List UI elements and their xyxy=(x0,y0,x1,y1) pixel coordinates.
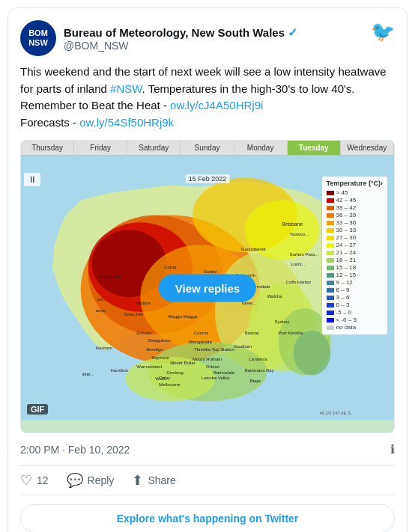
heart-icon: ♡ xyxy=(20,472,32,489)
legend-color-18 xyxy=(327,318,334,322)
legend-row: > 45 xyxy=(327,189,383,196)
svg-text:Mount Buller: Mount Buller xyxy=(170,361,196,365)
legend-color-nodata xyxy=(327,325,334,330)
tab-saturday[interactable]: Saturday xyxy=(127,141,181,155)
legend-row: 3 – 6 xyxy=(327,294,383,301)
legend-row: 6 – 9 xyxy=(327,287,383,293)
legend-expand-icon[interactable]: › xyxy=(381,180,383,187)
legend-color-17 xyxy=(327,311,334,315)
svg-text:Coffs Harbor: Coffs Harbor xyxy=(286,280,312,284)
legend-color-16 xyxy=(327,303,334,308)
legend-row: 24 – 27 xyxy=(327,242,383,248)
svg-text:Bendigo: Bendigo xyxy=(146,347,163,352)
tab-wednesday[interactable]: Wednesday xyxy=(341,141,394,155)
legend-row: 9 – 12 xyxy=(327,279,383,286)
svg-text:Swan Hill: Swan Hill xyxy=(124,312,142,317)
svg-text:Geelong: Geelong xyxy=(166,370,184,375)
map-container: Thursday Friday Saturday Sunday Monday T… xyxy=(20,140,395,433)
hashtag-nsw[interactable]: #NSW xyxy=(110,82,142,95)
tweet-header: BOM NSW Bureau of Meteorology, New South… xyxy=(20,20,395,56)
svg-text:Wangaratta: Wangaratta xyxy=(189,340,212,344)
svg-text:Wollf...: Wollf... xyxy=(155,377,169,382)
map-body: ⏸ 15 Feb 2022 xyxy=(21,155,394,421)
svg-text:Shepparton: Shepparton xyxy=(148,338,171,343)
svg-text:40.1S 147.4E S: 40.1S 147.4E S xyxy=(319,411,351,415)
view-replies-button[interactable]: View replies xyxy=(159,274,256,302)
legend-row: 30 – 33 xyxy=(327,227,383,233)
tweet-timestamp: 2:00 PM · Feb 10, 2022 ℹ xyxy=(20,442,395,456)
legend-color-4 xyxy=(327,213,334,218)
tab-monday[interactable]: Monday xyxy=(234,141,288,155)
svg-text:Port Kembla: Port Kembla xyxy=(279,331,304,335)
legend-color-12 xyxy=(327,273,334,278)
legend-row: 0 – 3 xyxy=(327,302,383,308)
legend-row: -5 – 0 xyxy=(327,309,383,316)
link2[interactable]: ow.ly/54Sf50HRj9k xyxy=(79,116,174,129)
svg-point-10 xyxy=(294,331,331,376)
legend-row: 18 – 21 xyxy=(327,257,383,263)
legend-row: < -6 – 3 xyxy=(327,317,383,323)
display-name[interactable]: Bureau of Meteorology, New South Wales ✓ xyxy=(64,25,297,40)
svg-text:Hamilton: Hamilton xyxy=(111,368,129,373)
reply-button[interactable]: 💬 Reply xyxy=(67,472,115,489)
svg-text:Batemans Bay: Batemans Bay xyxy=(245,368,274,373)
legend-box: Temperature (°C) › > 45 42 – 45 39 – 42 … xyxy=(321,176,388,335)
avatar-text: BOM NSW xyxy=(28,28,48,48)
share-icon: ⬆ xyxy=(132,472,143,489)
share-button[interactable]: ⬆ Share xyxy=(132,472,175,489)
legend-title-text: Temperature (°C) xyxy=(327,180,381,187)
account-info: Bureau of Meteorology, New South Wales ✓… xyxy=(64,25,297,52)
svg-text:Toowoo...: Toowoo... xyxy=(290,232,309,236)
svg-text:Midura: Midura xyxy=(136,301,151,305)
svg-text:Lismi...: Lismi... xyxy=(291,262,306,266)
legend-row: 39 – 42 xyxy=(327,204,383,211)
tab-thursday[interactable]: Thursday xyxy=(21,141,74,155)
svg-text:Mount Hotham: Mount Hotham xyxy=(193,357,222,361)
legend-color-8 xyxy=(327,243,334,248)
link1[interactable]: ow.ly/cJ4A50HRj9i xyxy=(170,99,263,111)
avatar[interactable]: BOM NSW xyxy=(20,20,56,56)
legend-row: 12 – 15 xyxy=(327,272,383,278)
forecasts-label: Forecasts - xyxy=(20,116,79,129)
timestamp-text: 2:00 PM · Feb 10, 2022 xyxy=(20,444,130,456)
day-tabs: Thursday Friday Saturday Sunday Monday T… xyxy=(21,141,394,155)
reply-label: Reply xyxy=(88,474,115,486)
legend-color-6 xyxy=(327,228,334,233)
legend-color-2 xyxy=(327,198,334,203)
legend-title: Temperature (°C) › xyxy=(327,180,383,187)
explore-button[interactable]: Explore what's happening on Twitter xyxy=(20,504,395,532)
svg-text:Bairnsdale: Bairnsdale xyxy=(213,370,235,375)
svg-text:Goondiwindi: Goondiwindi xyxy=(241,247,266,251)
svg-text:Broken Hill: Broken Hill xyxy=(100,275,121,279)
legend-row: 15 – 18 xyxy=(327,264,383,271)
tweet-text: This weekend and the start of next week … xyxy=(20,64,395,131)
svg-text:ark...: ark... xyxy=(97,297,108,302)
svg-text:Cooma: Cooma xyxy=(194,331,209,335)
svg-text:Canberra: Canberra xyxy=(249,357,268,361)
reply-icon: 💬 xyxy=(67,472,83,489)
svg-text:Orbost: Orbost xyxy=(206,364,219,369)
tab-sunday[interactable]: Sunday xyxy=(181,141,234,155)
legend-row: 33 – 36 xyxy=(327,219,383,226)
legend-row: 27 – 30 xyxy=(327,234,383,241)
svg-text:Cobar: Cobar xyxy=(164,265,176,269)
legend-color-9 xyxy=(327,251,334,255)
username[interactable]: @BOM_NSW xyxy=(64,40,297,52)
pause-button[interactable]: ⏸ xyxy=(24,173,40,186)
svg-text:Echuca: Echuca xyxy=(136,331,152,335)
tab-friday[interactable]: Friday xyxy=(74,141,127,155)
tweet-actions: ♡ 12 💬 Reply ⬆ Share xyxy=(20,465,395,495)
tab-tuesday[interactable]: Tuesday xyxy=(288,141,341,155)
svg-text:Seymour: Seymour xyxy=(151,355,169,360)
svg-text:Wagga Wagga: Wagga Wagga xyxy=(168,314,198,319)
legend-color-3 xyxy=(327,206,334,210)
svg-text:Sydney: Sydney xyxy=(275,319,290,324)
info-icon[interactable]: ℹ xyxy=(390,442,395,456)
map-date: 15 Feb 2022 xyxy=(186,174,230,183)
svg-text:Melbourne: Melbourne xyxy=(159,382,181,387)
like-button[interactable]: ♡ 12 xyxy=(20,472,49,489)
display-name-text: Bureau of Meteorology, New South Wales xyxy=(64,26,285,39)
svg-text:ibler...: ibler... xyxy=(82,372,94,376)
legend-color-1 xyxy=(327,191,334,195)
svg-text:Goulburn: Goulburn xyxy=(234,344,252,349)
